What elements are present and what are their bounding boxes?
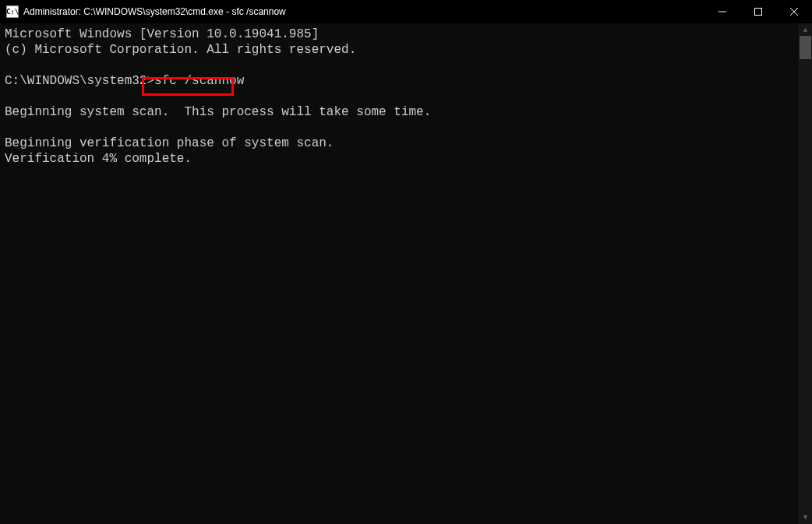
copyright-line: (c) Microsoft Corporation. All rights re…	[5, 43, 356, 57]
maximize-button[interactable]	[740, 0, 776, 23]
window-title: Administrator: C:\WINDOWS\system32\cmd.e…	[23, 6, 704, 17]
window-titlebar[interactable]: C:\ Administrator: C:\WINDOWS\system32\c…	[0, 0, 812, 23]
prompt-path: C:\WINDOWS\system32>	[5, 74, 154, 88]
vertical-scrollbar[interactable]: ▲ ▼	[799, 23, 812, 524]
cmd-icon: C:\	[6, 5, 19, 18]
close-button[interactable]	[776, 0, 812, 23]
scrollbar-thumb[interactable]	[800, 36, 811, 59]
progress-line: Verification 4% complete.	[5, 152, 192, 166]
scroll-up-icon[interactable]: ▲	[799, 23, 812, 37]
scan-begin-line: Beginning system scan. This process will…	[5, 105, 431, 119]
window-controls	[704, 0, 812, 23]
console-area: Microsoft Windows [Version 10.0.19041.98…	[0, 23, 812, 524]
console-output[interactable]: Microsoft Windows [Version 10.0.19041.98…	[0, 23, 799, 524]
command-text: sfc /scannow	[154, 74, 244, 88]
minimize-button[interactable]	[704, 0, 740, 23]
scroll-down-icon[interactable]: ▼	[799, 511, 812, 524]
verify-begin-line: Beginning verification phase of system s…	[5, 136, 334, 150]
svg-rect-1	[755, 9, 762, 16]
version-line: Microsoft Windows [Version 10.0.19041.98…	[5, 27, 319, 41]
